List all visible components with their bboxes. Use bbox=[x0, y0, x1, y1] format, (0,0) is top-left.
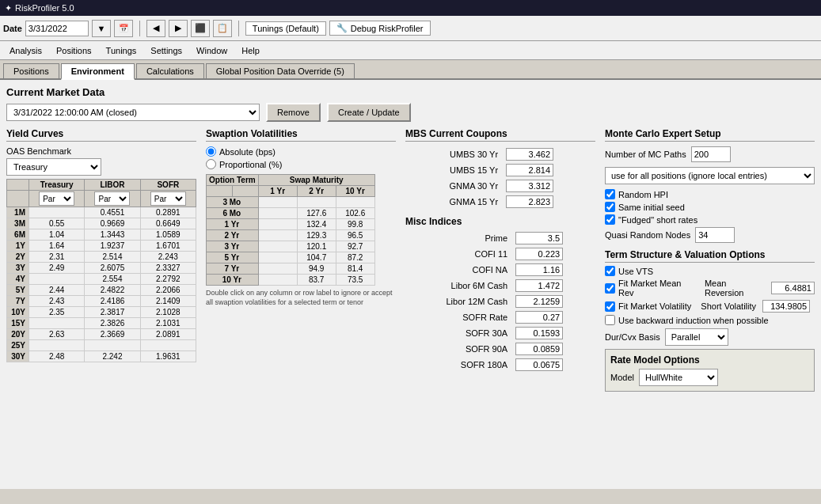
swap-input[interactable] bbox=[339, 220, 372, 229]
short-volatility-input[interactable] bbox=[762, 300, 810, 313]
yield-input[interactable] bbox=[31, 252, 82, 261]
swap-row-label[interactable]: 6 Mo bbox=[207, 208, 259, 219]
mc-checkbox[interactable] bbox=[605, 189, 615, 199]
misc-input[interactable] bbox=[515, 311, 563, 324]
misc-input[interactable] bbox=[515, 279, 563, 292]
yield-input[interactable] bbox=[86, 319, 138, 328]
yield-input[interactable] bbox=[143, 308, 194, 316]
swap-row-label[interactable]: 7 Yr bbox=[207, 263, 259, 275]
yield-input[interactable] bbox=[143, 252, 194, 261]
yield-cell[interactable] bbox=[29, 218, 85, 229]
yield-cell[interactable] bbox=[140, 274, 196, 285]
toolbar-btn-2[interactable]: ▶ bbox=[169, 20, 188, 37]
yield-cell[interactable] bbox=[140, 351, 196, 362]
swap-input[interactable] bbox=[339, 198, 372, 207]
misc-value-cell[interactable] bbox=[512, 262, 595, 278]
rate-model-select[interactable]: HullWhite BDT Vasicek CIR bbox=[639, 369, 718, 386]
misc-input[interactable] bbox=[515, 295, 563, 308]
swap-cell[interactable] bbox=[336, 263, 374, 275]
menu-window[interactable]: Window bbox=[190, 44, 234, 57]
swap-row-label[interactable]: 2 Yr bbox=[207, 230, 259, 241]
mbs-value-cell[interactable] bbox=[503, 162, 595, 178]
yield-input[interactable] bbox=[31, 241, 82, 250]
tab-positions[interactable]: Positions bbox=[3, 63, 59, 78]
swap-cell[interactable] bbox=[258, 230, 297, 241]
yield-input[interactable] bbox=[86, 219, 138, 228]
yield-cell[interactable] bbox=[85, 252, 140, 263]
swap-input[interactable] bbox=[261, 275, 295, 284]
swap-input[interactable] bbox=[300, 209, 333, 218]
swap-input[interactable] bbox=[339, 242, 372, 251]
swap-input[interactable] bbox=[300, 264, 333, 273]
yield-cell[interactable] bbox=[29, 274, 85, 285]
yield-input[interactable] bbox=[143, 219, 194, 228]
yield-input[interactable] bbox=[143, 341, 194, 350]
tab-calculations[interactable]: Calculations bbox=[136, 63, 204, 78]
ts-checkbox[interactable] bbox=[605, 301, 615, 312]
yield-cell[interactable] bbox=[85, 307, 140, 318]
yield-cell[interactable] bbox=[85, 296, 140, 307]
swap-cell[interactable] bbox=[336, 208, 374, 219]
yield-cell[interactable] bbox=[140, 318, 196, 329]
swap-cell[interactable] bbox=[297, 252, 336, 263]
swap-input[interactable] bbox=[261, 242, 295, 251]
misc-value-cell[interactable] bbox=[512, 309, 595, 325]
yield-cell[interactable] bbox=[140, 285, 196, 296]
swap-row-label[interactable]: 10 Yr bbox=[207, 275, 259, 286]
yield-cell[interactable] bbox=[140, 329, 196, 340]
misc-value-cell[interactable] bbox=[512, 294, 595, 309]
mbs-input[interactable] bbox=[506, 148, 553, 161]
misc-value-cell[interactable] bbox=[512, 325, 595, 341]
mbs-value-cell[interactable] bbox=[503, 194, 595, 210]
yield-input[interactable] bbox=[31, 263, 82, 272]
yield-input[interactable] bbox=[31, 308, 82, 316]
misc-input[interactable] bbox=[515, 248, 563, 260]
mc-use-for-all-select[interactable]: use for all positions (ignore local entr… bbox=[605, 167, 815, 184]
yield-select-treasury[interactable]: ParZeroForward bbox=[29, 191, 85, 207]
yield-input[interactable] bbox=[31, 275, 82, 283]
swap-cell[interactable] bbox=[297, 275, 336, 286]
swap-input[interactable] bbox=[300, 275, 333, 284]
yield-input[interactable] bbox=[143, 275, 194, 283]
yield-input[interactable] bbox=[86, 230, 138, 239]
swap-input[interactable] bbox=[300, 198, 333, 207]
mean-reversion-input[interactable] bbox=[771, 282, 815, 294]
yield-input[interactable] bbox=[31, 230, 82, 239]
yield-input[interactable] bbox=[86, 341, 138, 350]
yield-cell[interactable] bbox=[140, 307, 196, 318]
yield-input[interactable] bbox=[31, 319, 82, 328]
yield-select-sofr[interactable]: ParZeroForward bbox=[140, 191, 196, 207]
swap-input[interactable] bbox=[261, 220, 295, 229]
tunings-button[interactable]: Tunings (Default) bbox=[245, 21, 326, 36]
menu-settings[interactable]: Settings bbox=[144, 44, 188, 57]
debug-button[interactable]: 🔧 Debug RiskProfiler bbox=[329, 21, 431, 36]
swap-cell[interactable] bbox=[258, 219, 297, 230]
yield-cell[interactable] bbox=[85, 229, 140, 241]
mc-checkbox[interactable] bbox=[605, 202, 615, 212]
menu-analysis[interactable]: Analysis bbox=[3, 44, 48, 57]
yield-cell[interactable] bbox=[85, 285, 140, 296]
treasury-par-select[interactable]: ParZeroForward bbox=[39, 191, 74, 206]
swap-cell[interactable] bbox=[297, 241, 336, 252]
yield-input[interactable] bbox=[143, 330, 194, 339]
yield-input[interactable] bbox=[31, 297, 82, 305]
market-data-select[interactable]: 3/31/2022 12:00:00 AM (closed) bbox=[6, 104, 260, 121]
yield-input[interactable] bbox=[31, 352, 82, 361]
yield-cell[interactable] bbox=[85, 329, 140, 340]
yield-cell[interactable] bbox=[85, 241, 140, 252]
yield-input[interactable] bbox=[86, 241, 138, 250]
yield-input[interactable] bbox=[86, 208, 138, 217]
swap-input[interactable] bbox=[300, 220, 333, 229]
yield-cell[interactable] bbox=[29, 296, 85, 307]
yield-cell[interactable] bbox=[140, 241, 196, 252]
yield-cell[interactable] bbox=[85, 318, 140, 329]
yield-input[interactable] bbox=[143, 297, 194, 305]
misc-value-cell[interactable] bbox=[512, 341, 595, 357]
yield-input[interactable] bbox=[86, 252, 138, 261]
yield-cell[interactable] bbox=[29, 340, 85, 351]
yield-cell[interactable] bbox=[85, 207, 140, 218]
yield-input[interactable] bbox=[143, 241, 194, 250]
yield-cell[interactable] bbox=[29, 318, 85, 329]
swap-input[interactable] bbox=[339, 209, 372, 218]
tab-global-position[interactable]: Global Position Data Override (5) bbox=[206, 63, 355, 78]
